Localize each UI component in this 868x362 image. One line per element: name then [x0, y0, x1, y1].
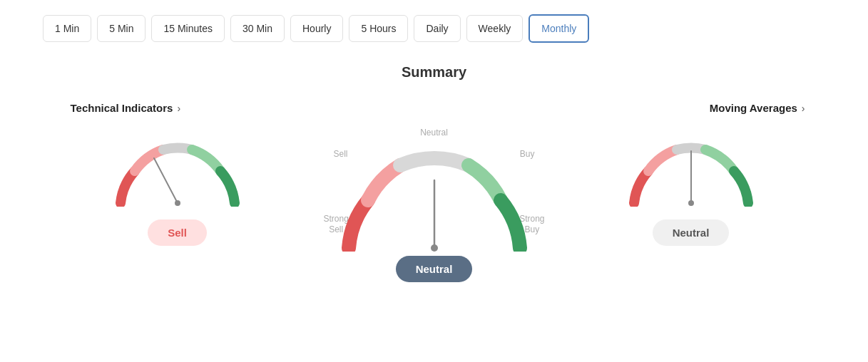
summary-title: Summary: [402, 64, 466, 81]
technical-label: Technical Indicators: [71, 102, 173, 114]
moving-averages-panel: Moving Averages › Neutral: [556, 102, 827, 246]
tf-daily[interactable]: Daily: [414, 15, 460, 42]
svg-point-3: [431, 244, 438, 252]
tf-monthly[interactable]: Monthly: [529, 14, 589, 43]
tf-5min[interactable]: 5 Min: [97, 15, 145, 42]
summary-gauge-svg: [324, 138, 545, 252]
tf-5hours[interactable]: 5 Hours: [349, 15, 408, 42]
summary-section: Summary Technical Indicators ›: [0, 64, 868, 282]
moving-gauge-svg: [620, 128, 762, 207]
summary-signal: Neutral: [396, 256, 473, 282]
large-gauge-container: Neutral Sell Buy StrongSell StrongBuy: [324, 128, 545, 249]
summary-panel: Neutral Sell Buy StrongSell StrongBuy: [313, 102, 556, 282]
technical-indicators-panel: Technical Indicators ›: [42, 102, 313, 246]
moving-label: Moving Averages: [710, 102, 797, 114]
tf-30min[interactable]: 30 Min: [230, 15, 285, 42]
timeframe-bar: 1 Min 5 Min 15 Minutes 30 Min Hourly 5 H…: [0, 0, 868, 57]
moving-header: Moving Averages ›: [681, 102, 827, 114]
svg-point-5: [688, 200, 694, 206]
moving-signal: Neutral: [653, 219, 730, 246]
moving-arrow[interactable]: ›: [802, 103, 805, 114]
technical-signal: Sell: [148, 219, 207, 246]
svg-line-0: [154, 158, 178, 203]
label-neutral: Neutral: [420, 128, 448, 138]
tf-15min[interactable]: 15 Minutes: [151, 15, 224, 42]
technical-header: Technical Indicators ›: [42, 102, 181, 114]
technical-gauge-svg: [106, 128, 249, 207]
technical-arrow[interactable]: ›: [177, 103, 180, 114]
tf-1min[interactable]: 1 Min: [43, 15, 91, 42]
tf-hourly[interactable]: Hourly: [290, 15, 343, 42]
svg-point-1: [175, 200, 180, 206]
gauges-row: Technical Indicators ›: [0, 102, 868, 282]
tf-weekly[interactable]: Weekly: [466, 15, 524, 42]
